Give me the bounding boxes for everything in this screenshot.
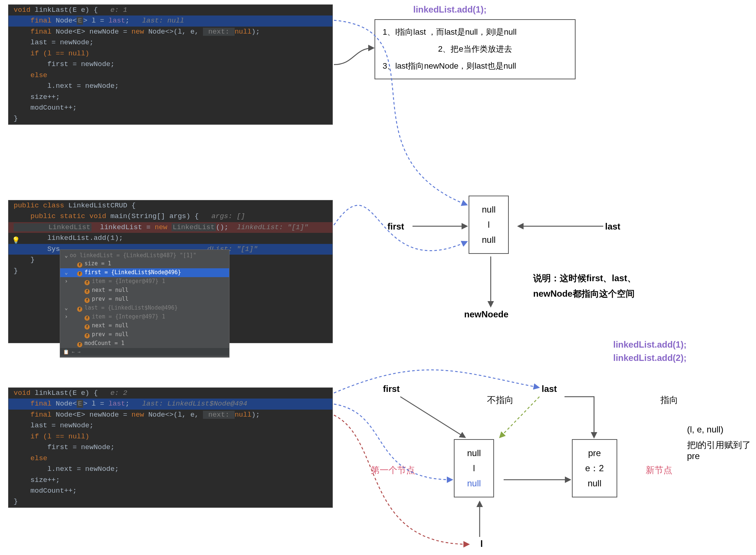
dbg-prev-1[interactable]: fprev = null	[60, 295, 229, 304]
label-l: l	[480, 539, 483, 549]
dbg-footer: 📋 ← →	[60, 348, 229, 356]
dbg-last[interactable]: flast = {LinkedList$Node@496}	[60, 304, 229, 313]
code-block-linklast-1: void linkLast(E e) { e: 1 final Node<E> …	[8, 4, 333, 125]
anno-line-1: 1、l指向last ，而last是null，则l是null	[383, 24, 567, 41]
explain-2: newNode都指向这个空间	[533, 288, 635, 300]
dbg-prev-2[interactable]: fprev = null	[60, 330, 229, 339]
label-newnode: newNoede	[464, 309, 508, 320]
anno-line-3: 3、last指向newNode，则last也是null	[383, 58, 567, 75]
node-box-right: pre e：2 null	[572, 439, 617, 497]
lightbulb-icon[interactable]: 💡	[12, 236, 20, 244]
dbg-next-2[interactable]: fnext = null	[60, 321, 229, 330]
label-paren: (l, e, null)	[687, 424, 724, 435]
label-first-2: first	[383, 384, 400, 394]
label-new-node: 新节点	[646, 464, 672, 476]
node-box-left: null l null	[454, 439, 494, 497]
code-block-linklast-2: void linkLast(E e) { e: 2 final Node<E> …	[8, 387, 333, 508]
debug-variables-popup[interactable]: oo linkedList = {LinkedList@487} "[1]" f…	[60, 249, 229, 358]
dbg-next-1[interactable]: fnext = null	[60, 286, 229, 295]
dbg-linkedlist[interactable]: oo linkedList = {LinkedList@487} "[1]"	[60, 251, 229, 259]
highlighted-line: final Node<E> l = last; last: null	[8, 15, 332, 26]
header-add-1: linkedList.add(1);	[413, 4, 487, 15]
node-box-mid: null l null	[469, 196, 509, 254]
dbg-first[interactable]: ffirst = {LinkedList$Node@496}	[60, 268, 229, 277]
label-last-2: last	[542, 384, 557, 394]
label-first: first	[387, 221, 404, 232]
annotation-box-explain: 1、l指向last ，而last是null，则l是null 2、把e当作类放进去…	[374, 19, 576, 79]
label-last: last	[605, 221, 620, 232]
dbg-size[interactable]: fsize = 1	[60, 259, 229, 268]
label-point: 指向	[660, 394, 678, 406]
label-first-node: 第一个节点	[371, 464, 415, 476]
header-add-2: linkedList.add(2);	[613, 353, 687, 363]
dbg-modcount[interactable]: fmodCount = 1	[60, 339, 229, 348]
highlighted-line-2: final Node<E> l = last; last: LinkedList…	[8, 399, 332, 409]
label-paren2: 把l的引用赋到了pre	[687, 439, 756, 461]
anno-line-2: 2、把e当作类放进去	[383, 41, 567, 58]
dbg-item-2[interactable]: fitem = {Integer@497} 1	[60, 313, 229, 321]
explain-1: 说明：这时候first、last、	[533, 272, 636, 284]
dbg-item-1[interactable]: fitem = {Integer@497} 1	[60, 277, 229, 286]
header-add-1b: linkedList.add(1);	[613, 339, 687, 350]
label-not-point: 不指向	[487, 394, 514, 406]
